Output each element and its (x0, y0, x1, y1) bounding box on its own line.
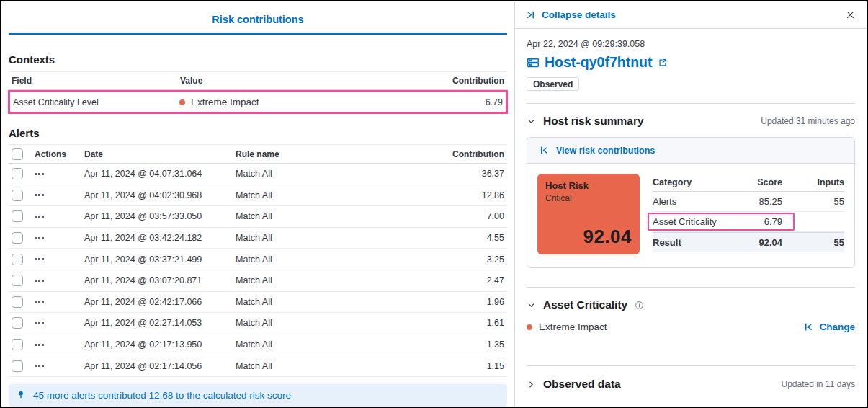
divider (527, 103, 855, 104)
collapse-details-button[interactable]: Collapse details (525, 9, 616, 20)
open-external-icon[interactable] (658, 58, 668, 68)
pin-icon (16, 390, 26, 400)
more-alerts-text: 45 more alerts contributed 12.68 to the … (33, 390, 291, 401)
alert-date: Apr 11, 2024 @ 03:57:33.050 (84, 211, 236, 221)
arrow-start-icon (803, 321, 814, 332)
host-risk-summary-title: Host risk summary (543, 115, 644, 128)
risk-row-score: 92.04 (725, 237, 782, 248)
arrow-start-icon (539, 145, 550, 156)
risk-summary-updated: Updated 31 minutes ago (761, 116, 855, 126)
alert-contribution: 1.35 (425, 340, 504, 350)
risk-row-inputs: 55 (782, 196, 844, 207)
alert-date: Apr 11, 2024 @ 02:17:13.950 (84, 340, 236, 350)
risk-row-asset-criticality: Asset Criticality 6.79 (653, 212, 844, 232)
close-icon[interactable] (846, 10, 855, 19)
row-actions-icon[interactable] (35, 194, 84, 196)
context-contribution: 6.79 (419, 97, 503, 107)
asset-criticality-value-label: Extreme Impact (539, 321, 607, 332)
alert-date: Apr 11, 2024 @ 04:02:30.968 (84, 190, 236, 200)
risk-row-alerts: Alerts 85.25 55 (653, 192, 844, 212)
risk-col-inputs: Inputs (782, 177, 844, 187)
alert-date: Apr 11, 2024 @ 02:17:14.056 (84, 361, 236, 371)
host-details-flyout: Collapse details Apr 22, 2024 @ 09:29:39… (514, 1, 867, 407)
select-all-checkbox[interactable] (12, 148, 23, 160)
row-checkbox[interactable] (12, 317, 23, 329)
row-actions-icon[interactable] (35, 365, 84, 367)
contexts-col-field: Field (12, 76, 180, 86)
asset-criticality-value-row: Extreme Impact Change (527, 321, 855, 332)
info-icon[interactable] (635, 301, 644, 310)
row-checkbox[interactable] (12, 296, 23, 308)
alerts-table-header: Actions Date Rule name Contribution (9, 144, 507, 164)
row-actions-icon[interactable] (35, 280, 84, 282)
risk-table-header: Category Score Inputs (653, 174, 844, 192)
alert-rule-name: Match All (236, 297, 425, 307)
contexts-row-asset-criticality: Asset Criticality Level Extreme Impact 6… (8, 90, 508, 114)
context-value-label: Extreme Impact (191, 97, 259, 107)
row-actions-icon[interactable] (35, 344, 84, 346)
alert-contribution: 1.96 (425, 297, 504, 307)
observed-badge: Observed (527, 77, 579, 91)
alert-row: Apr 11, 2024 @ 03:57:33.050 Match All 7.… (9, 206, 507, 228)
alert-rule-name: Match All (236, 275, 425, 285)
row-checkbox[interactable] (12, 360, 23, 372)
alert-contribution: 2.47 (425, 275, 504, 285)
row-actions-icon[interactable] (35, 301, 84, 303)
change-criticality-button[interactable]: Change (803, 321, 855, 332)
row-checkbox[interactable] (12, 210, 23, 222)
alerts-col-rule: Rule name (236, 149, 425, 159)
chevron-right-icon[interactable] (527, 380, 536, 389)
risk-card-score: 92.04 (545, 226, 632, 248)
row-checkbox[interactable] (12, 168, 23, 179)
row-actions-icon[interactable] (35, 237, 84, 239)
risk-row-score: 6.79 (725, 216, 782, 227)
risk-col-category: Category (653, 177, 725, 187)
risk-contributions-panel: Risk contributions Contexts Field Value … (1, 1, 514, 407)
row-actions-icon[interactable] (35, 322, 84, 324)
row-checkbox[interactable] (12, 232, 23, 244)
contexts-heading: Contexts (9, 53, 507, 66)
change-label: Change (819, 321, 855, 332)
row-checkbox[interactable] (12, 254, 23, 265)
chevron-down-icon[interactable] (527, 301, 536, 310)
event-timestamp: Apr 22, 2024 @ 09:29:39.058 (527, 39, 855, 49)
row-checkbox[interactable] (12, 339, 23, 350)
divider (527, 287, 855, 288)
risk-row-category: Asset Criticality (653, 216, 725, 227)
alert-contribution: 36.37 (425, 169, 504, 179)
host-storage-icon (527, 56, 540, 69)
row-actions-icon[interactable] (35, 173, 84, 175)
alert-row: Apr 11, 2024 @ 02:17:14.056 Match All 1.… (9, 355, 507, 377)
collapse-details-label: Collapse details (542, 9, 616, 20)
alerts-table-body: Apr 11, 2024 @ 04:07:31.064 Match All 36… (9, 164, 507, 377)
arrow-end-icon (525, 9, 536, 20)
app-window: Risk contributions Contexts Field Value … (0, 0, 868, 408)
row-checkbox[interactable] (12, 275, 23, 286)
alert-rule-name: Match All (236, 211, 425, 221)
chevron-down-icon[interactable] (527, 117, 536, 126)
asset-criticality-header: Asset Criticality (527, 298, 855, 311)
risk-card-level: Critical (545, 193, 632, 203)
host-name-link[interactable]: Host-qy0f7htnut (545, 54, 653, 71)
risk-row-category: Alerts (653, 196, 725, 207)
row-checkbox[interactable] (12, 190, 23, 201)
row-actions-icon[interactable] (35, 216, 84, 218)
alert-row: Apr 11, 2024 @ 02:42:17.066 Match All 1.… (9, 292, 507, 314)
context-field: Asset Criticality Level (13, 97, 179, 107)
risk-row-category: Result (653, 237, 725, 248)
contexts-col-value: Value (180, 76, 418, 86)
risk-summary-body: Host Risk Critical 92.04 Category Score … (527, 164, 854, 267)
alert-row: Apr 11, 2024 @ 03:07:20.871 Match All 2.… (9, 270, 507, 292)
view-risk-contributions-link[interactable]: View risk contributions (556, 146, 655, 156)
context-value: Extreme Impact (179, 97, 419, 107)
alert-contribution: 12.86 (425, 190, 504, 200)
alert-row: Apr 11, 2024 @ 03:42:24.182 Match All 4.… (9, 228, 507, 249)
observed-data-title: Observed data (543, 378, 621, 391)
alerts-col-actions: Actions (35, 149, 84, 159)
observed-data-updated: Updated in 11 days (781, 379, 855, 389)
alerts-col-date: Date (84, 149, 236, 159)
flyout-body: Apr 22, 2024 @ 09:29:39.058 Host-qy0f7ht… (515, 29, 867, 407)
flyout-topbar: Collapse details (515, 1, 867, 29)
alert-row: Apr 11, 2024 @ 04:02:30.968 Match All 12… (9, 185, 507, 207)
row-actions-icon[interactable] (35, 258, 84, 260)
